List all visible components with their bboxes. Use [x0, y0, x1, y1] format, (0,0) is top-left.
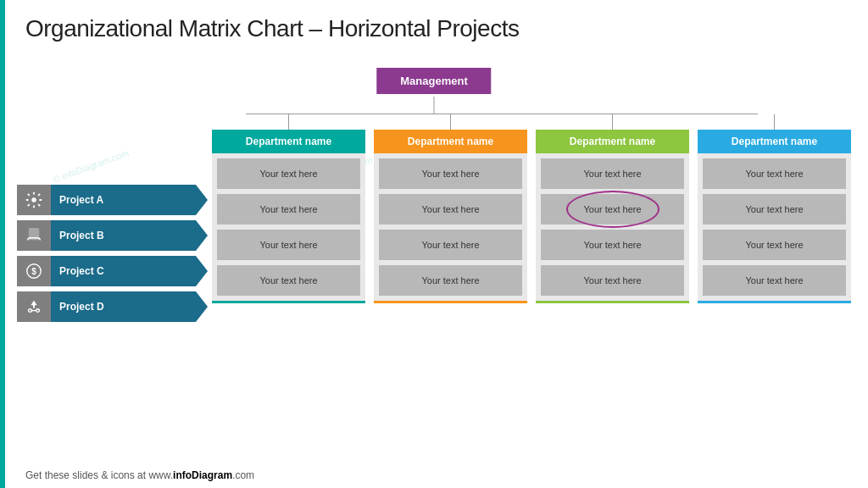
project-arrow-d: [196, 291, 208, 322]
cell-3-3: Your text here: [541, 230, 684, 260]
project-row-c: $ Project C: [17, 256, 208, 286]
dept-vert-line-1: [288, 114, 289, 130]
footer-brand: infoDiagram: [173, 469, 232, 481]
dept-body-1: Your text here Your text here Your text …: [212, 153, 365, 303]
cell-2-1: Your text here: [379, 158, 522, 189]
footer: Get these slides & icons at www.infoDiag…: [25, 469, 254, 481]
project-icon-c: $: [17, 256, 51, 286]
project-label-a: Project A: [51, 185, 196, 215]
departments-row: Department name Your text here Your text…: [212, 114, 851, 303]
dept-header-1: Department name: [212, 130, 365, 153]
project-arrow-c: [196, 256, 208, 286]
footer-text: Get these slides & icons at www.: [25, 469, 173, 481]
dept-body-2: Your text here Your text here Your text …: [374, 153, 527, 303]
cell-1-2: Your text here: [217, 194, 360, 225]
dept-header-2: Department name: [374, 130, 527, 153]
project-label-d: Project D: [51, 291, 196, 322]
cell-1-4: Your text here: [217, 265, 360, 296]
dept-body-4: Your text here Your text here Your text …: [698, 153, 851, 303]
svg-point-5: [36, 309, 40, 313]
project-icon-b: [17, 220, 51, 251]
cell-4-2: Your text here: [703, 194, 846, 225]
project-arrow-a: [196, 185, 208, 215]
project-label-c: Project C: [51, 256, 196, 286]
cell-2-2: Your text here: [379, 194, 522, 225]
top-connector-line: [434, 97, 435, 114]
management-box: Management: [376, 68, 491, 94]
project-row-d: Project D: [17, 291, 208, 322]
dept-column-3: Department name Your text here Your text…: [536, 114, 689, 303]
cell-1-3: Your text here: [217, 230, 360, 260]
dept-body-3: Your text here Your text here Your text …: [536, 153, 689, 303]
dept-vert-line-3: [612, 114, 613, 130]
cell-2-3: Your text here: [379, 230, 522, 260]
cell-4-1: Your text here: [703, 158, 846, 189]
svg-point-0: [31, 197, 36, 202]
project-arrow-b: [196, 220, 208, 251]
cell-2-4: Your text here: [379, 265, 522, 296]
dept-column-2: Department name Your text here Your text…: [374, 114, 527, 303]
cell-4-3: Your text here: [703, 230, 846, 260]
dept-column-4: Department name Your text here Your text…: [698, 114, 851, 303]
project-row-b: Project B: [17, 220, 208, 251]
dept-header-3: Department name: [536, 130, 689, 153]
dept-vert-line-2: [450, 114, 451, 130]
svg-point-4: [29, 309, 32, 313]
cell-3-1: Your text here: [541, 158, 684, 189]
dept-header-4: Department name: [698, 130, 851, 153]
dept-vert-line-4: [774, 114, 775, 130]
svg-text:$: $: [31, 267, 36, 276]
cell-3-4: Your text here: [541, 265, 684, 296]
project-icon-a: [17, 185, 51, 215]
cell-1-1: Your text here: [217, 158, 360, 189]
watermark-1: © infoDiagram.com: [52, 147, 131, 185]
cell-3-2-text: Your text here: [583, 204, 641, 214]
projects-column: Project A Project B $ Project C: [17, 185, 208, 322]
page-title: Organizational Matrix Chart – Horizontal…: [0, 0, 868, 42]
dept-column-1: Department name Your text here Your text…: [212, 114, 365, 303]
chart-area: © infoDiagram.com © infoDiagram.com © in…: [0, 59, 868, 454]
cell-4-4: Your text here: [703, 265, 846, 296]
project-label-b: Project B: [51, 220, 196, 251]
footer-text2: .com: [232, 469, 254, 481]
project-icon-d: [17, 291, 51, 322]
cell-3-2-highlighted: Your text here: [541, 194, 684, 225]
project-row-a: Project A: [17, 185, 208, 215]
